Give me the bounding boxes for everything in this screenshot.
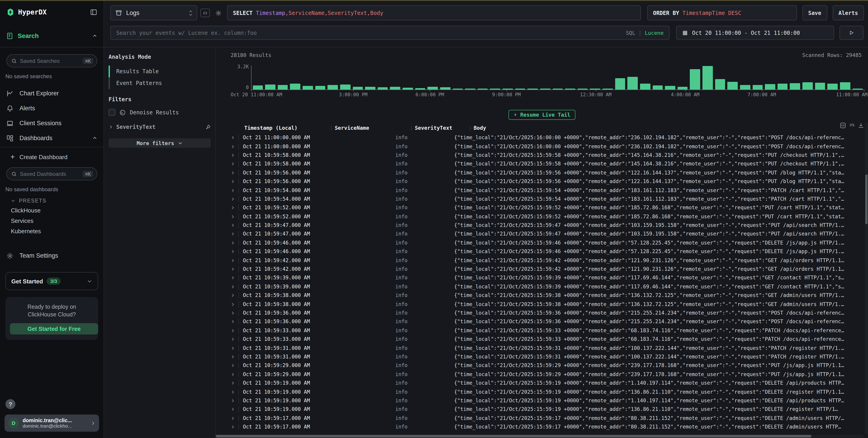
search-input[interactable]: Search your events w/ Lucene ex. column:…: [111, 26, 670, 40]
histogram-bar[interactable]: [615, 78, 625, 90]
get-started-toggle[interactable]: Get Started 3/3: [5, 272, 98, 290]
row-expander-icon[interactable]: [231, 355, 238, 359]
preset-clickhouse[interactable]: ClickHouse: [0, 205, 103, 215]
histogram-bar[interactable]: [265, 85, 275, 90]
row-expander-icon[interactable]: [231, 372, 238, 376]
histogram-bar[interactable]: [352, 87, 363, 90]
column-resize-handle[interactable]: ⋮⋮: [409, 125, 417, 131]
row-expander-icon[interactable]: [231, 223, 238, 227]
query-settings-gear-icon[interactable]: [213, 10, 224, 16]
scrollbar-thumb[interactable]: [216, 435, 812, 438]
order-by-input[interactable]: ORDER BY TimestampTime DESC: [647, 5, 797, 20]
row-expander-icon[interactable]: [231, 197, 238, 201]
histogram-bar[interactable]: [790, 83, 800, 90]
sidebar-item-dashboards[interactable]: Dashboards: [0, 131, 103, 145]
histogram-bar[interactable]: [802, 82, 813, 90]
row-expander-icon[interactable]: [231, 144, 238, 148]
row-expander-icon[interactable]: [231, 162, 238, 166]
sidebar-item-alerts[interactable]: Alerts: [0, 101, 103, 116]
source-selector[interactable]: Logs: [111, 5, 197, 20]
histogram-bar[interactable]: [740, 85, 750, 90]
histogram-bar[interactable]: [403, 88, 413, 90]
table-row[interactable]: Oct 21 10:59:58.000 AMinfo{"time_local":…: [231, 151, 864, 160]
histogram-bar[interactable]: [652, 86, 663, 90]
table-row[interactable]: Oct 21 10:59:36.000 AMinfo{"time_local":…: [231, 309, 864, 317]
column-resize-handle[interactable]: ⋮⋮: [468, 125, 476, 131]
column-resize-handle[interactable]: ⋮⋮: [329, 125, 337, 131]
histogram-bar[interactable]: [665, 86, 675, 90]
sidebar-item-search[interactable]: Search: [0, 25, 103, 47]
table-row[interactable]: Oct 21 10:59:56.000 AMinfo{"time_local":…: [231, 177, 864, 186]
table-row[interactable]: Oct 21 10:59:42.000 AMinfo{"time_local":…: [231, 256, 864, 265]
histogram-bar[interactable]: [765, 84, 775, 90]
row-expander-icon[interactable]: [231, 153, 238, 157]
table-row[interactable]: Oct 21 10:59:31.000 AMinfo{"time_local":…: [231, 352, 864, 361]
table-row[interactable]: Oct 21 10:59:39.000 AMinfo{"time_local":…: [231, 282, 864, 291]
get-started-free-button[interactable]: Get Started for Free: [10, 323, 98, 335]
wrap-lines-icon[interactable]: [849, 123, 855, 128]
vertical-scrollbar[interactable]: [865, 123, 868, 434]
download-icon[interactable]: [858, 123, 864, 128]
row-expander-icon[interactable]: [231, 346, 238, 350]
column-header-body[interactable]: ⋮⋮Body: [468, 125, 857, 131]
table-row[interactable]: Oct 21 10:59:47.000 AMinfo{"time_local":…: [231, 221, 864, 230]
presets-toggle[interactable]: PRESETS: [11, 198, 103, 203]
table-row[interactable]: Oct 21 10:59:17.000 AMinfo{"time_local":…: [231, 414, 864, 423]
histogram-bar[interactable]: [440, 87, 450, 90]
histogram-bar[interactable]: [328, 85, 338, 90]
row-expander-icon[interactable]: [231, 364, 238, 368]
histogram-bar[interactable]: [703, 66, 713, 90]
table-row[interactable]: Oct 21 10:59:46.000 AMinfo{"time_local":…: [231, 238, 864, 247]
create-dashboard-button[interactable]: Create Dashboard: [0, 150, 103, 164]
histogram-bar[interactable]: [428, 87, 438, 90]
table-row[interactable]: Oct 21 10:59:19.000 AMinfo{"time_local":…: [231, 379, 864, 388]
sidebar-item-team-settings[interactable]: Team Settings: [0, 248, 103, 263]
row-expander-icon[interactable]: [231, 390, 238, 394]
sidebar-item-client-sessions[interactable]: Client Sessions: [0, 116, 103, 131]
column-header-timestamp[interactable]: Timestamp (Local): [244, 125, 329, 131]
histogram-bar[interactable]: [290, 83, 300, 90]
code-mode-icon[interactable]: [200, 9, 210, 17]
table-row[interactable]: Oct 21 10:59:33.000 AMinfo{"time_local":…: [231, 326, 864, 335]
row-expander-icon[interactable]: [231, 416, 238, 420]
histogram-bar[interactable]: [340, 85, 350, 90]
row-expander-icon[interactable]: [231, 179, 238, 183]
mode-event-patterns[interactable]: Event Patterns: [108, 77, 211, 89]
histogram-bar[interactable]: [840, 82, 850, 90]
histogram-bar[interactable]: [253, 86, 263, 90]
sidebar-item-chart-explorer[interactable]: Chart Explorer: [0, 86, 103, 101]
histogram-bar[interactable]: [752, 85, 763, 90]
row-expander-icon[interactable]: [231, 311, 238, 315]
column-header-servicename[interactable]: ⋮⋮ServiceName: [329, 125, 409, 131]
table-row[interactable]: Oct 21 10:59:29.000 AMinfo{"time_local":…: [231, 361, 864, 370]
preset-services[interactable]: Services: [0, 215, 103, 226]
pin-icon[interactable]: [205, 124, 211, 130]
table-row[interactable]: Oct 21 10:59:38.000 AMinfo{"time_local":…: [231, 291, 864, 300]
histogram-bar[interactable]: [640, 83, 650, 90]
row-expander-icon[interactable]: [231, 250, 238, 254]
more-filters-button[interactable]: More filters: [108, 138, 211, 148]
table-row[interactable]: Oct 21 10:59:56.000 AMinfo{"time_local":…: [231, 168, 864, 177]
help-button[interactable]: ?: [5, 399, 16, 409]
table-row[interactable]: Oct 21 10:59:19.000 AMinfo{"time_local":…: [231, 396, 864, 405]
row-expander-icon[interactable]: [231, 171, 238, 175]
row-expander-icon[interactable]: [231, 214, 238, 218]
horizontal-scrollbar[interactable]: [216, 435, 864, 438]
row-expander-icon[interactable]: [231, 320, 238, 324]
table-row[interactable]: Oct 21 11:00:00.000 AMinfo{"time_local":…: [231, 142, 864, 151]
scrollbar-thumb[interactable]: [865, 174, 868, 224]
table-row[interactable]: Oct 21 10:59:36.000 AMinfo{"time_local":…: [231, 317, 864, 326]
sql-toggle[interactable]: SQL: [626, 30, 635, 36]
table-row[interactable]: Oct 21 10:59:39.000 AMinfo{"time_local":…: [231, 274, 864, 282]
histogram-bar[interactable]: [278, 85, 288, 90]
row-expander-icon[interactable]: [231, 302, 238, 306]
histogram-bar[interactable]: [690, 69, 700, 90]
row-expander-icon[interactable]: [231, 276, 238, 280]
run-query-button[interactable]: [839, 26, 864, 40]
histogram-bar[interactable]: [628, 77, 638, 90]
row-expander-icon[interactable]: [231, 425, 238, 429]
expand-json-icon[interactable]: [840, 123, 846, 128]
table-row[interactable]: Oct 21 10:59:42.000 AMinfo{"time_local":…: [231, 265, 864, 274]
table-row[interactable]: Oct 21 10:59:47.000 AMinfo{"time_local":…: [231, 230, 864, 239]
table-row[interactable]: Oct 21 10:59:58.000 AMinfo{"time_local":…: [231, 160, 864, 168]
